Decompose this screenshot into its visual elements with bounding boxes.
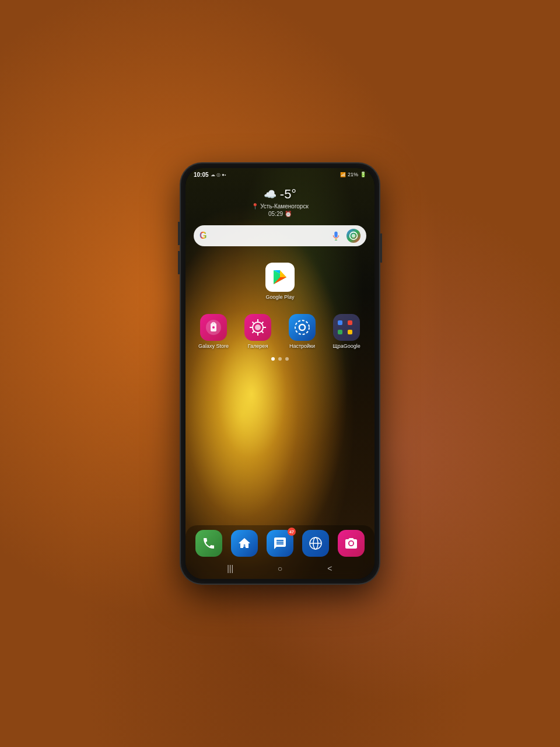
- navigation-bar: ||| ○ <: [188, 560, 372, 577]
- nav-home-button[interactable]: ○: [273, 561, 287, 575]
- status-bar: 10:05 ☁ ◎ ●• 📶 21% 🔋: [186, 168, 374, 181]
- nav-back-button[interactable]: <: [323, 561, 337, 575]
- battery-icon: 🔋: [360, 172, 366, 177]
- google-apps-icon: [333, 314, 360, 341]
- svg-line-19: [253, 331, 254, 333]
- power-button[interactable]: [380, 233, 382, 263]
- svg-line-20: [261, 322, 263, 324]
- dock-apps-row: H 47: [188, 530, 372, 557]
- battery-level: 21%: [348, 172, 358, 177]
- weather-temperature: -5°: [280, 187, 296, 202]
- messages-badge: 47: [288, 528, 296, 536]
- svg-point-22: [295, 320, 309, 334]
- weather-location: 📍 Усть-Каменогорск: [186, 203, 374, 210]
- galaxy-store-icon: [200, 314, 227, 341]
- google-apps-label: ЩраGoogle: [332, 343, 360, 349]
- page-dot-2: [278, 357, 282, 361]
- dock-internet-icon[interactable]: [302, 530, 329, 557]
- svg-marker-7: [280, 270, 286, 277]
- google-play-label: Google Play: [265, 294, 294, 300]
- google-mic-icon[interactable]: [330, 230, 342, 242]
- settings-label: Настройки: [289, 343, 315, 349]
- google-search-bar[interactable]: G: [194, 225, 366, 246]
- dock-messages-icon[interactable]: 47: [267, 530, 293, 557]
- weather-widget: ☁️ -5° 📍 Усть-Каменогорск 05:29 ⏰: [186, 181, 374, 221]
- location-pin-icon: 📍: [251, 203, 258, 210]
- alarm-icon: ⏰: [285, 211, 292, 217]
- status-left: 10:05 ☁ ◎ ●•: [194, 172, 226, 178]
- page-dot-1: [271, 357, 275, 361]
- screen-content: 10:05 ☁ ◎ ●• 📶 21% 🔋 ☁️ -5° 📍 Усть-Камен…: [186, 168, 374, 579]
- app-item-settings[interactable]: Настройки: [285, 314, 320, 349]
- phone-device: 10:05 ☁ ◎ ●• 📶 21% 🔋 ☁️ -5° 📍 Усть-Камен…: [181, 163, 379, 584]
- nav-recents-button[interactable]: |||: [223, 561, 237, 575]
- svg-point-21: [299, 324, 305, 330]
- dock-phone-icon[interactable]: [195, 530, 222, 557]
- galaxy-store-label: Galaxy Store: [198, 343, 229, 349]
- weather-cloud-icon: ☁️: [264, 188, 276, 201]
- dock-smartthings-icon[interactable]: H: [231, 530, 258, 557]
- google-play-app[interactable]: Google Play: [265, 263, 295, 300]
- svg-line-17: [253, 322, 254, 324]
- svg-point-12: [255, 324, 261, 330]
- dock-camera-icon[interactable]: [338, 530, 365, 557]
- page-indicator: [271, 357, 289, 361]
- google-g-logo: G: [200, 231, 206, 241]
- gallery-icon: [244, 314, 271, 341]
- svg-point-10: [212, 326, 215, 329]
- app-item-google-apps[interactable]: ЩраGoogle: [329, 314, 364, 349]
- gallery-label: Галерея: [248, 343, 268, 349]
- google-play-icon: [265, 263, 295, 292]
- status-icons-right: 📶: [340, 172, 346, 177]
- volume-down-button[interactable]: [178, 251, 180, 274]
- page-dot-3: [285, 357, 289, 361]
- apps-row: Galaxy Store: [186, 314, 374, 349]
- status-time: 10:05: [194, 172, 209, 178]
- svg-text:H: H: [243, 544, 246, 547]
- status-right: 📶 21% 🔋: [340, 172, 366, 177]
- main-area: Google Play G: [186, 251, 374, 525]
- app-item-gallery[interactable]: Галерея: [240, 314, 275, 349]
- svg-point-3: [352, 234, 355, 238]
- settings-icon: [289, 314, 316, 341]
- volume-up-button[interactable]: [178, 222, 180, 245]
- app-item-galaxy-store[interactable]: Galaxy Store: [196, 314, 231, 349]
- google-lens-icon[interactable]: [346, 229, 360, 243]
- weather-alarm: 05:29 ⏰: [186, 211, 374, 217]
- status-icons-left: ☁ ◎ ●•: [211, 172, 226, 177]
- svg-line-18: [261, 331, 263, 333]
- phone-screen: 10:05 ☁ ◎ ●• 📶 21% 🔋 ☁️ -5° 📍 Усть-Камен…: [186, 168, 374, 579]
- bottom-dock: H 47: [186, 525, 374, 579]
